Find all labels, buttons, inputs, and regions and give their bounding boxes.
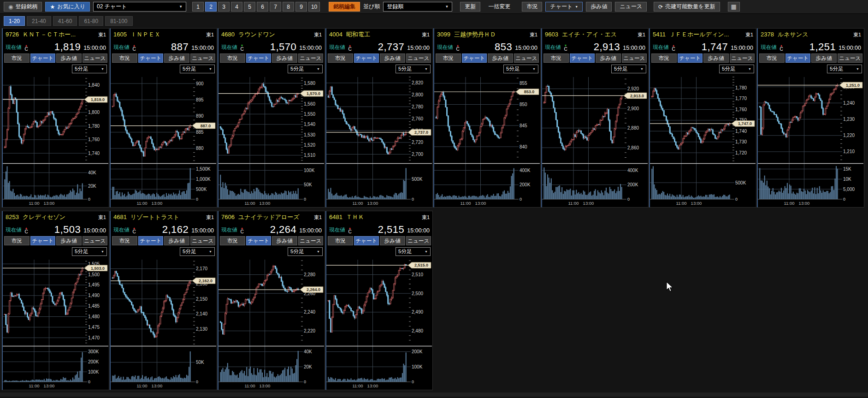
- timeframe-select[interactable]: 5分足 ▼: [72, 247, 107, 256]
- candlestick-chart[interactable]: 11:0013:002,1702,1602,1502,1402,13050K02…: [111, 257, 217, 390]
- panel-tab-news[interactable]: ニュース: [622, 53, 647, 63]
- calculator-icon-button[interactable]: ▦: [728, 2, 740, 12]
- candlestick-chart[interactable]: 11:0013:001,2501,2401,2301,2201,21015K10…: [758, 74, 864, 207]
- page-button-8[interactable]: 8: [283, 2, 294, 12]
- panel-tab-chart[interactable]: チャート: [246, 236, 272, 245]
- refresh-button[interactable]: 更新: [460, 2, 480, 12]
- edit-symbols-button[interactable]: 銘柄編集: [329, 2, 360, 12]
- layout-select[interactable]: 02 チャート ▼: [93, 2, 186, 12]
- panel-tab-ticks[interactable]: 歩み値: [596, 53, 621, 63]
- panel-tab-ticks[interactable]: 歩み値: [164, 53, 189, 63]
- timeframe-select[interactable]: 5分足 ▼: [719, 65, 754, 73]
- candlestick-chart[interactable]: 11:0013:001,8401,8201,8001,7801,7601,740…: [3, 74, 109, 207]
- timeframe-select[interactable]: 5分足 ▼: [611, 65, 646, 73]
- panel-tab-ticks[interactable]: 歩み値: [272, 236, 297, 245]
- timeframe-select[interactable]: 5分足 ▼: [288, 65, 323, 73]
- timeframe-select[interactable]: 5分足 ▼: [72, 65, 107, 73]
- timeframe-select[interactable]: 5分足 ▼: [396, 65, 431, 73]
- panel-tab-market[interactable]: 市況: [4, 53, 30, 63]
- panel-tab-chart[interactable]: チャート: [354, 53, 379, 63]
- panel-tab-chart[interactable]: チャート: [30, 236, 56, 245]
- panel-tab-chart[interactable]: チャート: [246, 53, 272, 63]
- panel-tab-market[interactable]: 市況: [328, 53, 353, 63]
- page-button-5[interactable]: 5: [244, 2, 255, 12]
- panel-tab-market[interactable]: 市況: [759, 53, 785, 63]
- range-tab-41-60[interactable]: 41-60: [53, 16, 77, 26]
- range-tab-21-40[interactable]: 21-40: [27, 16, 51, 26]
- panel-tab-chart[interactable]: チャート: [30, 53, 56, 63]
- range-tab-61-80[interactable]: 61-80: [79, 16, 103, 26]
- panel-tab-ticks[interactable]: 歩み値: [380, 236, 405, 245]
- panel-tab-market[interactable]: 市況: [112, 236, 137, 245]
- panel-tab-market[interactable]: 市況: [4, 236, 30, 245]
- panel-tab-ticks[interactable]: 歩み値: [703, 53, 729, 63]
- panel-tab-news[interactable]: ニュース: [190, 53, 216, 63]
- candlestick-chart[interactable]: 11:0013:009008958908858801,500K1,000K500…: [111, 74, 217, 207]
- panel-tab-chart[interactable]: チャート: [354, 236, 379, 245]
- page-button-10[interactable]: 10: [308, 2, 320, 12]
- view-chart-button[interactable]: チャート ▼: [545, 2, 583, 12]
- panel-tab-news[interactable]: ニュース: [838, 53, 863, 63]
- candlestick-chart[interactable]: 11:0013:002,2802,2602,2402,22040K20K02,2…: [218, 257, 325, 390]
- range-tab-1-20[interactable]: 1-20: [4, 16, 25, 26]
- view-ticks-button[interactable]: 歩み値: [586, 2, 612, 12]
- timeframe-select[interactable]: 5分足 ▼: [503, 65, 538, 73]
- registered-symbols-button[interactable]: ◉ 登録銘柄: [4, 2, 42, 12]
- page-button-7[interactable]: 7: [270, 2, 281, 12]
- panel-tab-news[interactable]: ニュース: [83, 53, 108, 63]
- panel-tab-news[interactable]: ニュース: [730, 53, 755, 63]
- page-button-9[interactable]: 9: [295, 2, 307, 12]
- panel-tab-ticks[interactable]: 歩み値: [56, 53, 82, 63]
- panel-tab-ticks[interactable]: 歩み値: [164, 236, 189, 245]
- timeframe-select[interactable]: 5分足 ▼: [827, 65, 862, 73]
- candlestick-chart[interactable]: 11:0013:00855850845840400K200K0853.0: [434, 74, 541, 207]
- panel-tab-news[interactable]: ニュース: [514, 53, 539, 63]
- panel-tab-chart[interactable]: チャート: [678, 53, 703, 63]
- panel-tab-ticks[interactable]: 歩み値: [272, 53, 297, 63]
- panel-tab-news[interactable]: ニュース: [298, 53, 324, 63]
- panel-tab-news[interactable]: ニュース: [298, 236, 324, 245]
- candlestick-chart[interactable]: 11:0013:002,9202,9002,8802,860400K200K02…: [542, 74, 649, 207]
- panel-tab-ticks[interactable]: 歩み値: [811, 53, 837, 63]
- panel-tab-chart[interactable]: チャート: [570, 53, 595, 63]
- candlestick-chart[interactable]: 11:0013:001,7801,7701,7601,7501,7401,730…: [650, 74, 756, 207]
- candlestick-chart[interactable]: 11:0013:002,8202,8002,7802,7602,7402,720…: [326, 74, 433, 207]
- sort-select[interactable]: 登録順 ▼: [383, 2, 452, 12]
- panel-tab-market[interactable]: 市況: [220, 53, 245, 63]
- panel-tab-ticks[interactable]: 歩み値: [380, 53, 405, 63]
- view-market-button[interactable]: 市況: [522, 2, 542, 12]
- page-button-3[interactable]: 3: [218, 2, 230, 12]
- page-button-1[interactable]: 1: [192, 2, 204, 12]
- panel-tab-chart[interactable]: チャート: [138, 53, 164, 63]
- panel-tab-news[interactable]: ニュース: [83, 236, 108, 245]
- timeframe-select[interactable]: 5分足 ▼: [180, 65, 215, 73]
- panel-tab-news[interactable]: ニュース: [190, 236, 216, 245]
- view-news-button[interactable]: ニュース: [615, 2, 647, 12]
- panel-tab-market[interactable]: 市況: [112, 53, 137, 63]
- bulk-change-button[interactable]: 一括変更: [484, 2, 515, 12]
- panel-tab-news[interactable]: ニュース: [406, 53, 431, 63]
- candlestick-chart[interactable]: 11:0013:002,5102,5002,4902,480200K100K02…: [326, 257, 433, 390]
- panel-tab-market[interactable]: 市況: [651, 53, 677, 63]
- panel-tab-market[interactable]: 市況: [436, 53, 461, 63]
- timeframe-select[interactable]: 5分足 ▼: [180, 247, 215, 256]
- panel-tab-market[interactable]: 市況: [328, 236, 353, 245]
- panel-tab-market[interactable]: 市況: [220, 236, 245, 245]
- panel-tab-chart[interactable]: チャート: [138, 236, 164, 245]
- panel-tab-chart[interactable]: チャート: [785, 53, 811, 63]
- page-button-4[interactable]: 4: [231, 2, 242, 12]
- panel-tab-ticks[interactable]: 歩み値: [56, 236, 82, 245]
- page-button-2[interactable]: 2: [205, 2, 217, 12]
- timeframe-select[interactable]: 5分足 ▼: [288, 247, 323, 256]
- favorites-button[interactable]: ★ お気に入り: [45, 2, 90, 12]
- range-tab-81-100[interactable]: 81-100: [105, 16, 132, 26]
- panel-tab-ticks[interactable]: 歩み値: [488, 53, 513, 63]
- panel-tab-chart[interactable]: チャート: [462, 53, 487, 63]
- update-sellable-quantity-button[interactable]: ⟳ 売建可能数量を更新: [654, 2, 720, 12]
- candlestick-chart[interactable]: 11:0013:001,5801,5701,5601,5501,5401,530…: [218, 74, 325, 207]
- panel-tab-market[interactable]: 市況: [543, 53, 569, 63]
- page-button-6[interactable]: 6: [257, 2, 268, 12]
- panel-tab-news[interactable]: ニュース: [406, 236, 431, 245]
- candlestick-chart[interactable]: 11:0013:001,5051,5001,4951,4901,4851,480…: [3, 257, 109, 390]
- timeframe-select[interactable]: 5分足 ▼: [396, 247, 431, 256]
